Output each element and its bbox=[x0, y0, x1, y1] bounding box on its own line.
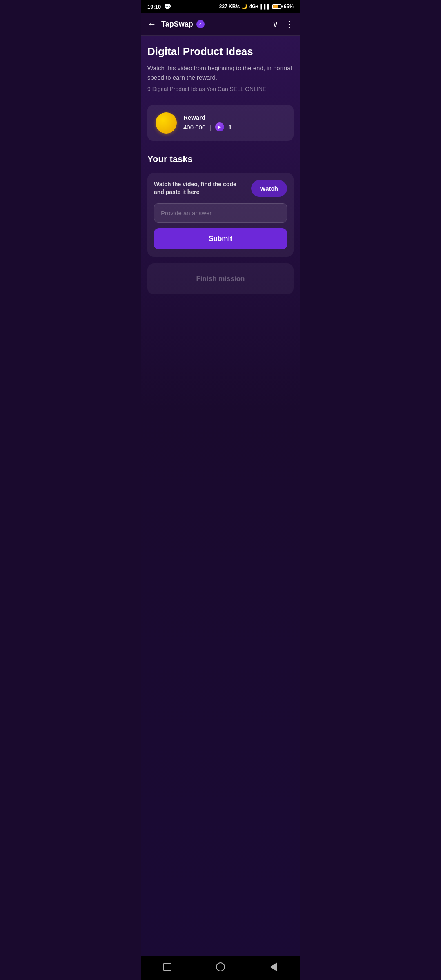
status-left: 19:10 💬 ··· bbox=[147, 3, 179, 10]
status-right: 237 KB/s 🌙 4G+ ▌▌▌ 65% bbox=[219, 4, 294, 9]
reward-info: Reward 400 000 | ▶ 1 bbox=[183, 114, 232, 131]
nav-title: TapSwap bbox=[161, 20, 193, 29]
back-button[interactable]: ← bbox=[147, 19, 156, 29]
reward-label: Reward bbox=[183, 114, 232, 121]
coin-icon bbox=[156, 112, 177, 134]
back-button-nav[interactable] bbox=[268, 961, 279, 973]
verified-badge: ✓ bbox=[196, 20, 205, 28]
nav-actions: ∨ ⋮ bbox=[272, 19, 294, 29]
battery-percentage: 65% bbox=[284, 4, 294, 9]
chevron-down-icon[interactable]: ∨ bbox=[272, 19, 278, 29]
recent-apps-button[interactable] bbox=[162, 961, 173, 973]
finish-mission-text: Finish mission bbox=[196, 275, 245, 283]
network-type: 4G+ bbox=[249, 4, 258, 9]
page-title: Digital Product Ideas bbox=[147, 45, 294, 58]
triangle-icon bbox=[270, 962, 277, 971]
network-speed: 237 KB/s bbox=[219, 4, 240, 9]
more-dots: ··· bbox=[174, 4, 179, 10]
nav-bar: ← TapSwap ✓ ∨ ⋮ bbox=[141, 13, 300, 36]
square-icon bbox=[163, 963, 172, 971]
circle-icon bbox=[216, 962, 225, 971]
task-description: Watch the video, find the code and paste… bbox=[154, 180, 246, 196]
reward-card: Reward 400 000 | ▶ 1 bbox=[147, 105, 294, 141]
reward-divider: | bbox=[209, 124, 211, 131]
watch-button[interactable]: Watch bbox=[251, 180, 287, 197]
battery-icon bbox=[272, 4, 281, 9]
main-content: Digital Product Ideas Watch this video f… bbox=[141, 36, 300, 975]
whatsapp-icon: 💬 bbox=[164, 3, 171, 10]
play-symbol: ▶ bbox=[218, 125, 221, 129]
finish-mission-card: Finish mission bbox=[147, 263, 294, 294]
task-header: Watch the video, find the code and paste… bbox=[154, 180, 287, 197]
answer-input[interactable] bbox=[154, 203, 287, 223]
bottom-spacer bbox=[147, 304, 294, 337]
video-subtitle: 9 Digital Product Ideas You Can SELL ONL… bbox=[147, 85, 294, 94]
reward-ticket-count: 1 bbox=[228, 124, 232, 131]
more-options-icon[interactable]: ⋮ bbox=[285, 19, 294, 29]
submit-button[interactable]: Submit bbox=[154, 228, 287, 249]
task-card: Watch the video, find the code and paste… bbox=[147, 173, 294, 257]
nav-title-area: TapSwap ✓ bbox=[161, 20, 272, 29]
status-bar: 19:10 💬 ··· 237 KB/s 🌙 4G+ ▌▌▌ 65% bbox=[141, 0, 300, 13]
tasks-section-title: Your tasks bbox=[147, 154, 294, 165]
signal-icon: ▌▌▌ bbox=[260, 4, 271, 9]
bottom-nav-bar bbox=[141, 956, 300, 980]
battery-fill bbox=[273, 5, 278, 8]
moon-icon: 🌙 bbox=[241, 4, 247, 9]
home-button[interactable] bbox=[215, 961, 226, 973]
reward-values: 400 000 | ▶ 1 bbox=[183, 122, 232, 131]
time-display: 19:10 bbox=[147, 4, 161, 10]
page-description: Watch this video from beginning to the e… bbox=[147, 64, 294, 82]
reward-coin-amount: 400 000 bbox=[183, 124, 205, 131]
verified-checkmark: ✓ bbox=[198, 22, 202, 27]
ticket-icon: ▶ bbox=[215, 122, 224, 131]
